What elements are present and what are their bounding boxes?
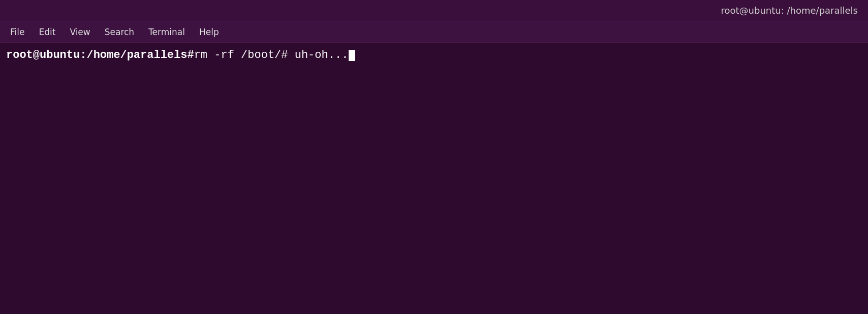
terminal-empty-area [6, 61, 862, 310]
command-line: root@ubuntu:/home/parallels# rm -rf /boo… [6, 49, 862, 61]
menu-item-help[interactable]: Help [193, 25, 225, 39]
menu-item-view[interactable]: View [64, 25, 96, 39]
terminal-cursor [349, 50, 355, 61]
menu-bar: File Edit View Search Terminal Help [0, 21, 868, 43]
menu-item-search[interactable]: Search [99, 25, 140, 39]
terminal-command: rm -rf /boot/ [194, 49, 282, 61]
terminal-window: root@ubuntu: /home/parallels File Edit V… [0, 0, 868, 314]
menu-item-edit[interactable]: Edit [33, 25, 61, 39]
menu-item-terminal[interactable]: Terminal [142, 25, 191, 39]
terminal-comment: # uh-oh... [281, 49, 348, 61]
title-bar: root@ubuntu: /home/parallels [0, 0, 868, 21]
window-title: root@ubuntu: /home/parallels [721, 5, 858, 16]
menu-item-file[interactable]: File [4, 25, 30, 39]
terminal-prompt: root@ubuntu:/home/parallels# [6, 49, 194, 61]
terminal-body[interactable]: root@ubuntu:/home/parallels# rm -rf /boo… [0, 43, 868, 314]
